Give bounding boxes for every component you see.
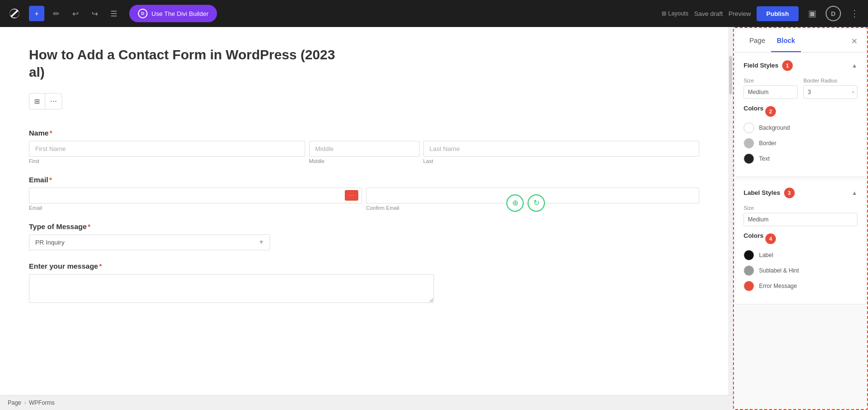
block-toolbar-more[interactable]: ⋯ (45, 94, 62, 109)
border-radius-input-wrap: × (803, 85, 857, 99)
save-draft-button[interactable]: Save draft (694, 10, 723, 17)
preview-button[interactable]: Preview (729, 10, 751, 17)
wp-logo (6, 5, 23, 22)
breadcrumb-item: WPForms (29, 399, 54, 406)
first-sublabel: First (29, 158, 305, 164)
label-color-label: Label (759, 252, 773, 259)
publish-button[interactable]: Publish (757, 6, 799, 21)
text-color-row[interactable]: Text (744, 153, 857, 164)
error-color-row[interactable]: Error Message (744, 281, 857, 291)
sublabel-color-label: Sublabel & Hint (759, 267, 799, 274)
badge-4: 4 (765, 233, 776, 244)
message-required: * (99, 262, 102, 270)
field-styles-header: Field Styles 1 ▲ (744, 60, 857, 71)
last-sublabel: Last (423, 158, 700, 164)
scroll-thumb (729, 56, 732, 95)
main-layout: How to Add a Contact Form in WordPress (… (0, 27, 868, 410)
name-required: * (50, 129, 53, 137)
add-button[interactable]: + (29, 6, 44, 21)
name-section: Name* First Middle Last (29, 129, 699, 164)
list-button[interactable]: ☰ (106, 6, 122, 21)
type-select[interactable]: PR Inquiry (29, 234, 270, 250)
message-label: Enter your message* (29, 262, 699, 270)
background-color-row[interactable]: Background (744, 123, 857, 133)
form-icon: ⊞ (34, 97, 40, 105)
sublabel-color-row[interactable]: Sublabel & Hint (744, 265, 857, 276)
form-action-down[interactable]: ⊕ (506, 194, 524, 212)
panel-tabs: Page Block ✕ (736, 30, 865, 53)
email-label: Email* (29, 176, 699, 184)
first-name-wrap: First (29, 141, 305, 164)
breadcrumb: Page › WPForms (0, 395, 733, 410)
toolbar-right: ⊞ Layouts Save draft Preview Publish ▣ D… (662, 6, 863, 21)
block-toolbar: ⊞ ⋯ (29, 93, 62, 109)
tab-page[interactable]: Page (744, 30, 771, 52)
email-fields: ⋯ Email Confirm Email (29, 188, 699, 211)
block-toolbar-form-icon[interactable]: ⊞ (29, 94, 45, 109)
toolbar: + ✏ ↩ ↪ ☰ D Use The Divi Builder ⊞ Layou… (0, 0, 868, 27)
dots-icon: ⋯ (349, 193, 354, 198)
more-options-button[interactable]: ⋮ (847, 6, 862, 21)
redo-button[interactable]: ↪ (87, 6, 102, 21)
colors-label-2: Colors (744, 232, 763, 239)
error-color-label: Error Message (759, 283, 797, 289)
tab-block[interactable]: Block (771, 30, 801, 52)
badge-2: 2 (765, 106, 776, 117)
first-name-input[interactable] (29, 141, 305, 157)
toggle-sidebar-button[interactable]: ▣ (804, 6, 820, 21)
size-select[interactable]: Medium (744, 85, 798, 99)
type-section: Type of Message* PR Inquiry ▼ (29, 222, 699, 250)
label-color-row[interactable]: Label (744, 250, 857, 260)
email-dots-button[interactable]: ⋯ (345, 190, 358, 201)
redo-icon: ↪ (92, 9, 98, 18)
field-colors-section: Colors 2 Background Border Text (744, 105, 857, 164)
type-select-wrap: PR Inquiry ▼ (29, 234, 270, 250)
content-area: How to Add a Contact Form in WordPress (… (0, 27, 728, 410)
border-radius-input[interactable] (803, 85, 857, 99)
edit-button[interactable]: ✏ (48, 6, 64, 21)
background-label: Background (759, 124, 790, 131)
last-name-wrap: Last (423, 141, 700, 164)
middle-name-input[interactable] (309, 141, 420, 157)
divi-builder-button[interactable]: D Use The Divi Builder (129, 5, 217, 22)
label-colors-section: Colors 4 Label Sublabel & Hint Error Mes… (744, 232, 857, 291)
label-size-col: Size Medium (744, 205, 857, 226)
middle-name-wrap: Middle (309, 141, 420, 164)
middle-sublabel: Middle (309, 158, 420, 164)
message-section: Enter your message* (29, 262, 699, 305)
label-styles-section: Label Styles 3 ▲ Size Medium (736, 180, 865, 304)
page-title: How to Add a Contact Form in WordPress (… (29, 46, 699, 82)
colors-label-1: Colors (744, 105, 763, 112)
vertical-scrollbar[interactable] (728, 27, 733, 410)
last-name-input[interactable] (423, 141, 700, 157)
close-panel-button[interactable]: ✕ (847, 30, 857, 52)
layouts-btn[interactable]: ⊞ Layouts (662, 6, 689, 21)
breadcrumb-page[interactable]: Page (8, 399, 21, 406)
email-required: * (49, 176, 52, 184)
undo-button[interactable]: ↩ (68, 6, 83, 21)
border-color-row[interactable]: Border (744, 138, 857, 149)
field-styles-collapse[interactable]: ▲ (852, 62, 857, 69)
form-action-refresh[interactable]: ↻ (528, 194, 545, 212)
size-border-row: Size Medium Border Radius × (744, 78, 857, 99)
list-icon: ☰ (110, 9, 117, 18)
pencil-icon: ✏ (53, 9, 59, 18)
border-label: Border (759, 140, 776, 147)
layouts-icon: ⊞ (662, 10, 666, 17)
email-input[interactable] (29, 188, 362, 204)
dots-icon: ⋯ (50, 97, 57, 105)
label-styles-collapse[interactable]: ▲ (852, 190, 857, 196)
message-textarea[interactable] (29, 274, 434, 303)
breadcrumb-separator: › (24, 399, 26, 406)
field-styles-section: Field Styles 1 ▲ Size Medium Border Radi… (736, 53, 865, 177)
name-label: Name* (29, 129, 699, 137)
ellipsis-icon: ⋮ (850, 8, 859, 19)
label-size-row: Size Medium (744, 205, 857, 226)
error-swatch (744, 281, 754, 291)
size-label: Size (744, 78, 798, 83)
email-section: Email* ⋯ Email Confirm Email (29, 176, 699, 211)
sublabel-swatch (744, 265, 754, 276)
label-size-select[interactable]: Medium (744, 213, 857, 226)
user-avatar[interactable]: D (826, 6, 841, 21)
text-label: Text (759, 155, 770, 162)
